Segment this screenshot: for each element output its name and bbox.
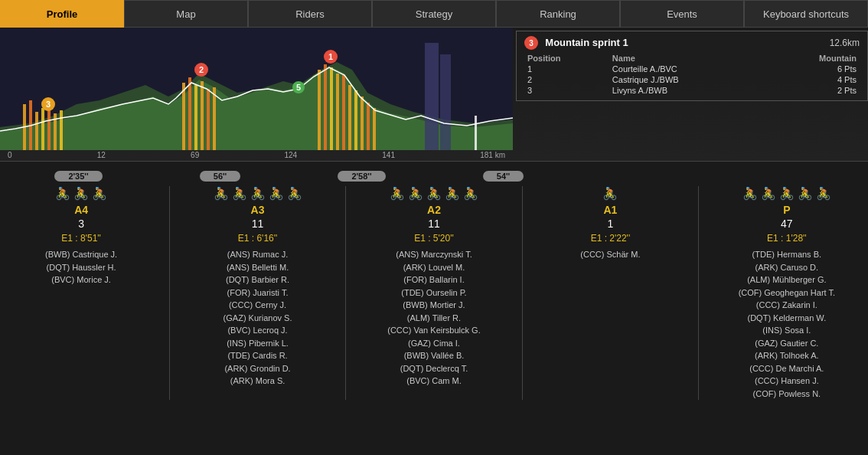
group-A4-time: E1 : 8'51'' bbox=[61, 233, 101, 244]
rider-icon-a2-4: 🚴 bbox=[463, 186, 478, 201]
group-A4-label: A4 bbox=[74, 204, 88, 216]
tab-riders[interactable]: Riders bbox=[248, 0, 372, 28]
svg-text:1: 1 bbox=[328, 52, 333, 61]
groups-row: 🚴 🚴 🚴 A4 3 E1 : 8'51'' (BWB) Castrique J… bbox=[0, 186, 868, 400]
rider-icon-a1-0: 🚴 bbox=[602, 186, 618, 201]
divider-1 bbox=[169, 186, 170, 400]
time-bar-1: 56'' bbox=[200, 171, 240, 182]
sprint-distance: 12.6km bbox=[830, 38, 860, 48]
rider-icon-p-1: 🚴 bbox=[761, 186, 776, 201]
svg-text:5: 5 bbox=[296, 83, 301, 92]
svg-rect-14 bbox=[207, 89, 210, 150]
svg-rect-20 bbox=[342, 75, 345, 150]
sprint-pos-2: 2 bbox=[524, 74, 609, 85]
rider-icon-p-0: 🚴 bbox=[742, 186, 758, 201]
tab-keyboard[interactable]: Keyboard shortcuts bbox=[744, 0, 868, 28]
dist-181: 181 km bbox=[480, 151, 505, 159]
divider-4 bbox=[698, 186, 699, 400]
profile-chart-area: ⊞ bbox=[0, 28, 868, 162]
sprint-results-table: Position Name Mountain 1 Courteille A./B… bbox=[524, 53, 860, 96]
time-bar-0: 2'35'' bbox=[54, 171, 102, 182]
rider-icon-a2-0: 🚴 bbox=[390, 186, 405, 201]
rider-icon-a3-0: 🚴 bbox=[214, 186, 229, 201]
svg-rect-27 bbox=[440, 54, 451, 150]
group-P: 🚴 🚴 🚴 🚴 🚴 P 47 E1 : 1'28'' (TDE) Hermans… bbox=[716, 186, 857, 400]
svg-rect-17 bbox=[324, 64, 327, 150]
rider-icon-a3-3: 🚴 bbox=[269, 186, 284, 201]
svg-rect-5 bbox=[35, 112, 38, 150]
svg-rect-28 bbox=[475, 116, 477, 150]
group-A3-label: A3 bbox=[251, 204, 265, 216]
group-A1-icons: 🚴 bbox=[602, 186, 618, 201]
sprint-pts-3: 2 Pts bbox=[765, 85, 860, 96]
group-A1-riders: (CCC) Schär M. bbox=[580, 248, 640, 261]
group-A1-time: E1 : 2'22'' bbox=[591, 233, 631, 244]
tab-strategy[interactable]: Strategy bbox=[372, 0, 496, 28]
dist-12: 12 bbox=[97, 151, 106, 159]
tab-events[interactable]: Events bbox=[620, 0, 744, 28]
elevation-profile: 2 1 3 5 bbox=[0, 28, 513, 150]
sprint-name-2: Castrique J./BWB bbox=[609, 74, 765, 85]
group-A3-icons: 🚴 🚴 🚴 🚴 🚴 bbox=[214, 186, 302, 201]
group-P-count: 47 bbox=[781, 218, 793, 230]
tab-map[interactable]: Map bbox=[124, 0, 248, 28]
sprint-pts-2: 4 Pts bbox=[765, 74, 860, 85]
tab-profile[interactable]: Profile bbox=[0, 0, 124, 28]
group-P-label: P bbox=[783, 204, 790, 216]
group-A3-count: 11 bbox=[252, 218, 264, 230]
group-A3-riders: (ANS) Rumac J. (ANS) Belletti M. (DQT) B… bbox=[224, 248, 292, 388]
groups-area: 2'35'' 56'' 2'58'' 54'' 🚴 🚴 🚴 A4 3 E1 : … bbox=[0, 162, 868, 406]
svg-rect-7 bbox=[47, 104, 51, 150]
svg-rect-16 bbox=[318, 70, 321, 150]
group-P-time: E1 : 1'28'' bbox=[767, 233, 807, 244]
svg-rect-23 bbox=[361, 97, 364, 150]
group-A1-label: A1 bbox=[603, 204, 617, 216]
rider-icon-a2-3: 🚴 bbox=[445, 186, 460, 201]
rider-icon-2: 🚴 bbox=[92, 186, 107, 201]
sprint-pos-1: 1 bbox=[524, 64, 609, 74]
col-position: Position bbox=[524, 53, 609, 64]
sprint-row-3: 3 Livyns A./BWB 2 Pts bbox=[524, 85, 860, 96]
sprint-badge: 3 bbox=[524, 36, 538, 50]
rider-icon-1: 🚴 bbox=[73, 186, 89, 201]
rider-icon-a2-1: 🚴 bbox=[408, 186, 423, 201]
group-A2-icons: 🚴 🚴 🚴 🚴 🚴 bbox=[390, 186, 478, 201]
group-A2: 🚴 🚴 🚴 🚴 🚴 A2 11 E1 : 5'20'' (ANS) Marczy… bbox=[363, 186, 504, 400]
time-bar-3: 54'' bbox=[483, 171, 524, 182]
svg-text:3: 3 bbox=[46, 100, 51, 109]
svg-text:2: 2 bbox=[199, 65, 204, 74]
group-A2-time: E1 : 5'20'' bbox=[414, 233, 454, 244]
group-A3: 🚴 🚴 🚴 🚴 🚴 A3 11 E1 : 6'16'' (ANS) Rumac … bbox=[187, 186, 328, 400]
svg-rect-11 bbox=[188, 77, 191, 150]
divider-2 bbox=[345, 186, 346, 400]
group-A1-count: 1 bbox=[608, 218, 614, 230]
group-A2-riders: (ANS) Marczynski T. (ARK) Louvel M. (FOR… bbox=[387, 248, 480, 388]
dist-69: 69 bbox=[191, 151, 199, 159]
svg-rect-10 bbox=[182, 83, 185, 150]
dist-141: 141 bbox=[382, 151, 395, 159]
time-bar-2: 2'58'' bbox=[338, 171, 385, 182]
svg-rect-9 bbox=[60, 110, 63, 150]
sprint-title: Mountain sprint 1 bbox=[545, 37, 628, 48]
divider-3 bbox=[522, 186, 523, 400]
group-A4: 🚴 🚴 🚴 A4 3 E1 : 8'51'' (BWB) Castrique J… bbox=[11, 186, 152, 400]
tab-ranking[interactable]: Ranking bbox=[496, 0, 620, 28]
group-P-icons: 🚴 🚴 🚴 🚴 🚴 bbox=[742, 186, 831, 201]
svg-rect-18 bbox=[330, 67, 333, 150]
rider-icon-a3-2: 🚴 bbox=[250, 186, 266, 201]
sprint-info-panel: 3 Mountain sprint 1 12.6km Position Name… bbox=[516, 31, 868, 101]
rider-icon-a3-1: 🚴 bbox=[232, 186, 247, 201]
svg-rect-22 bbox=[354, 90, 357, 150]
rider-icon-a2-2: 🚴 bbox=[426, 186, 442, 201]
group-A4-icons: 🚴 🚴 🚴 bbox=[55, 186, 107, 201]
group-A3-time: E1 : 6'16'' bbox=[238, 233, 278, 244]
svg-rect-21 bbox=[348, 85, 351, 150]
distance-markers: 0 12 69 124 141 181 km bbox=[0, 151, 513, 159]
group-A1: 🚴 A1 1 E1 : 2'22'' (CCC) Schär M. bbox=[540, 186, 681, 400]
rider-icon-p-2: 🚴 bbox=[779, 186, 795, 201]
svg-rect-12 bbox=[194, 85, 197, 150]
rider-icon-0: 🚴 bbox=[55, 186, 70, 201]
sprint-name-3: Livyns A./BWB bbox=[609, 85, 765, 96]
dist-0: 0 bbox=[8, 151, 12, 159]
group-A2-label: A2 bbox=[427, 204, 441, 216]
